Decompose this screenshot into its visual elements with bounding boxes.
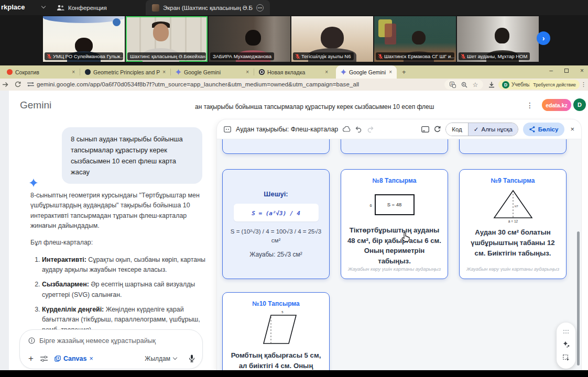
add-attachment-icon[interactable]: + xyxy=(28,354,34,363)
redo-icon[interactable] xyxy=(367,126,374,132)
download-icon[interactable] xyxy=(488,82,495,88)
refresh-icon[interactable] xyxy=(434,126,441,132)
select-element-icon[interactable] xyxy=(563,354,570,361)
chevron-down-icon[interactable] xyxy=(41,4,46,8)
browser-tab[interactable]: Google Gemini × xyxy=(171,65,254,79)
solution-work: S = (10²√3) / 4 = 100√3 / 4 = 25√3 см² xyxy=(230,227,322,246)
response-intro: 8-сыныптың геометрия курсындағы "Төртбұр… xyxy=(30,191,205,231)
maximize-icon[interactable] xyxy=(564,69,569,73)
conversation-menu-icon[interactable]: ⋮ xyxy=(526,101,533,109)
close-tab-icon[interactable]: × xyxy=(162,69,166,75)
gemini-icon xyxy=(341,69,346,75)
participant-video-active-speaker[interactable]: Шахтинс қаласының Ә.Бөкейхан... xyxy=(126,16,208,62)
browser-tab-active[interactable]: Google Gemini × xyxy=(336,65,397,79)
browser-tab[interactable]: Сократив × xyxy=(2,65,80,79)
remove-canvas-icon[interactable]: × xyxy=(89,355,93,362)
forward-icon[interactable] xyxy=(2,82,8,87)
canvas-chip[interactable]: Canvas × xyxy=(55,355,93,362)
chevron-down-icon xyxy=(173,356,177,360)
flashcard-partial[interactable] xyxy=(341,139,448,154)
solution-answer: Жауабы: 25√3 см² xyxy=(249,251,302,258)
cloud-save-icon[interactable] xyxy=(343,126,351,132)
undo-icon[interactable] xyxy=(355,126,362,132)
participant-video[interactable]: УМЦ РО Сулейманова Гульж... xyxy=(43,16,125,62)
formula-text: S = (a²√3) / 4 xyxy=(252,210,300,217)
triangle-diagram: h? a = 12 xyxy=(488,184,538,227)
url-text[interactable]: gemini.google.com/app/0a6f70d0534f8b7f?u… xyxy=(37,81,359,87)
tab-screen-label: Экран (Шахтинс қаласының Ә.Б xyxy=(163,5,253,11)
next-participants-button[interactable]: › xyxy=(537,31,550,45)
flashcard-partial[interactable] xyxy=(222,139,330,154)
console-icon[interactable] xyxy=(421,126,429,132)
flashcard-10[interactable]: №10 Тапсырма 5 Ромбтың қабырғасы 5 см, а… xyxy=(222,292,330,371)
flashcard-icon xyxy=(224,126,231,132)
close-tab-icon[interactable]: × xyxy=(325,69,328,75)
sokrativ-icon xyxy=(7,69,13,75)
flashcard-partial[interactable] xyxy=(459,139,567,154)
drag-handle-icon[interactable] xyxy=(563,330,569,334)
gemini-sidebar-collapsed[interactable] xyxy=(0,91,9,371)
action-required-chip[interactable]: Требуется действие xyxy=(529,80,580,90)
compose-icon xyxy=(28,337,35,344)
rhombus-diagram: 5 xyxy=(252,307,300,350)
address-actions: A ☆ xyxy=(444,80,483,90)
edata-badge[interactable]: edata.kz xyxy=(542,99,571,111)
meeting-app-label: rkplace xyxy=(1,3,25,11)
diagram-side-label: 6 xyxy=(370,203,372,208)
browser-tab[interactable]: Новая вкладка × xyxy=(254,65,333,79)
meeting-top-bar: rkplace Конференция Экран (Шахтинс қалас… xyxy=(0,0,588,15)
site-info-icon[interactable] xyxy=(27,82,34,87)
flashcard-8[interactable]: №8 Тапсырма 6 S = 48 Тіктөртбұрыштың ауд… xyxy=(341,169,448,279)
participant-video[interactable]: Шет ауданы, Мұхтар НОМ xyxy=(457,16,539,62)
flashcard-solution[interactable]: Шешуі: S = (a²√3) / 4 S = (10²√3) / 4 = … xyxy=(222,169,330,279)
share-icon xyxy=(529,126,535,132)
card-title: №9 Тапсырма xyxy=(491,177,535,184)
user-message-bubble: 8 сынып аудан тақырыбы бойынша тапсырмал… xyxy=(62,127,202,184)
card-question: Ромбтың қабырғасы 5 см, ал биіктігі 4 см… xyxy=(229,350,323,371)
tab-conference[interactable]: Конференция xyxy=(50,0,113,15)
check-icon: ✓ xyxy=(474,126,479,133)
browser-menu-icon[interactable]: ⋮ xyxy=(581,81,586,88)
toggle-code[interactable]: Код xyxy=(446,123,469,136)
minimize-icon[interactable]: – xyxy=(549,67,553,74)
sparkle-tools-icon[interactable] xyxy=(563,341,570,348)
close-tab-icon[interactable]: × xyxy=(246,69,249,75)
profile-avatar: D xyxy=(502,81,509,88)
new-tab-button[interactable]: + xyxy=(402,68,406,76)
canvas-scrollbar[interactable] xyxy=(577,231,580,365)
conversation-title: ан тақырыбы бойынша тапсырмалар құрастыр… xyxy=(195,103,434,110)
tools-icon[interactable] xyxy=(40,356,48,362)
prompt-input[interactable] xyxy=(39,337,183,345)
bookmark-star-icon[interactable]: ☆ xyxy=(472,82,478,88)
site-icon xyxy=(85,69,91,75)
participant-name-badge: Шахтинс қаласының Ә.Бөкейхан... xyxy=(127,52,206,60)
participant-name-badge: Тегісшілдік ауылы N6 xyxy=(293,52,354,60)
meeting-strip: rkplace Конференция Экран (Шахтинс қалас… xyxy=(0,0,588,65)
close-window-icon[interactable]: × xyxy=(580,67,584,74)
tab-screen-share[interactable]: Экран (Шахтинс қаласының Ә.Б ••• xyxy=(146,0,270,15)
close-tab-icon[interactable]: × xyxy=(389,69,392,75)
browser-tab[interactable]: Geometric Principles and Probl × xyxy=(80,65,170,79)
diagram-base-label: a = 12 xyxy=(508,219,518,223)
participant-video[interactable]: Тегісшілдік ауылы N6 xyxy=(291,16,373,62)
gemini-sparkle-icon xyxy=(29,179,38,187)
share-button[interactable]: Бөлісу xyxy=(523,123,565,136)
card-title: №8 Тапсырма xyxy=(373,177,417,184)
response-list-item: Интерактивті: Сұрақты оқып, сызбаны көрі… xyxy=(42,255,205,275)
close-canvas-icon[interactable]: × xyxy=(570,125,574,133)
canvas-header: Аудан тақырыбы: Флеш-карталар Код ✓ Алғы… xyxy=(217,119,581,139)
reload-icon[interactable] xyxy=(15,81,21,87)
participant-video[interactable]: Шахтинск Ермакова СГ ШГ и... xyxy=(374,16,456,62)
mic-icon[interactable] xyxy=(189,354,195,362)
zoom-icon[interactable] xyxy=(461,82,467,88)
close-tab-icon[interactable]: × xyxy=(72,69,75,75)
more-options-icon[interactable]: ••• xyxy=(256,4,264,12)
participant-video[interactable]: ЗАБИРА Мухамеджанова xyxy=(209,16,290,62)
model-selector[interactable]: Жылдам xyxy=(145,355,177,362)
toggle-preview[interactable]: ✓ Алғы нұсқа xyxy=(469,123,518,136)
flashcard-9[interactable]: №9 Тапсырма h? a = 12 Аудан 30 см² болат… xyxy=(459,169,567,279)
address-bar: gemini.google.com/app/0a6f70d0534f8b7f?u… xyxy=(0,79,588,91)
prompt-composer[interactable]: + Canvas × Жылдам xyxy=(19,329,203,369)
translate-icon[interactable]: A xyxy=(450,82,456,88)
account-avatar[interactable]: D xyxy=(573,98,586,111)
